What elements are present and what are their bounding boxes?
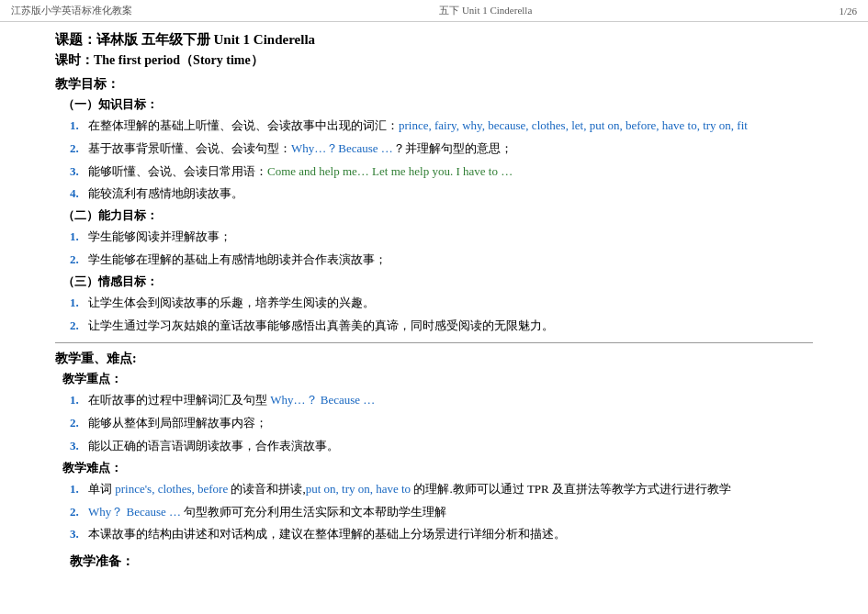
course-title-value: 译林版 五年级下册 Unit 1 Cinderella [96, 32, 315, 47]
item3-num-2: 2. [70, 317, 86, 336]
hard-num-1: 1. [70, 480, 86, 499]
goal-item-4: 4. 能较流利有感情地朗读故事。 [70, 184, 813, 204]
item2-num-2: 2. [70, 251, 86, 270]
section1-heading: （一）知识目标： [62, 96, 813, 113]
item3-text-2: 让学生通过学习灰姑娘的童话故事能够感悟出真善美的真谛，同时感受阅读的无限魅力。 [88, 317, 813, 336]
hard-num-2: 2. [70, 503, 86, 522]
course-title-label: 课题： [55, 32, 96, 47]
key-item-3: 3. 能以正确的语言语调朗读故事，合作表演故事。 [70, 437, 813, 456]
item3-text-1: 让学生体会到阅读故事的乐趣，培养学生阅读的兴趣。 [88, 294, 813, 313]
sentence-pattern: Why…？Because … [291, 141, 393, 155]
item2-num-1: 1. [70, 228, 86, 247]
teaching-goals-section: 教学目标： （一）知识目标： 1. 在整体理解的基础上听懂、会说、会读故事中出现… [55, 76, 813, 335]
hard-item-2: 2. Why？ Because … 句型教师可充分利用生活实际和文本帮助学生理解 [70, 503, 813, 522]
key-num-3: 3. [70, 437, 86, 456]
hard-pattern-2: Why？ Because … [88, 505, 181, 519]
header-bar: 江苏版小学英语标准化教案 五下 Unit 1 Cinderella 1/26 [0, 0, 868, 22]
hard-vocab-1: prince's, clothes, before [115, 482, 228, 496]
hard-text-1: 单词 prince's, clothes, before 的读音和拼读,put … [88, 480, 813, 499]
goal-item-1: 1. 在整体理解的基础上听懂、会说、会读故事中出现的词汇：prince, fai… [70, 117, 813, 136]
key-points-section: 教学重、难点: 教学重点： 1. 在听故事的过程中理解词汇及句型 Why…？ B… [55, 351, 813, 544]
key-num-1: 1. [70, 391, 86, 410]
item3-num-1: 1. [70, 294, 86, 313]
goal-item-2: 2. 基于故事背景听懂、会说、会读句型：Why…？Because …？并理解句型… [70, 140, 813, 159]
item-text-1: 在整体理解的基础上听懂、会说、会读故事中出现的词汇：prince, fairy,… [88, 117, 813, 136]
goal3-item-2: 2. 让学生通过学习灰姑娘的童话故事能够感悟出真善美的真谛，同时感受阅读的无限魅… [70, 317, 813, 336]
course-period-value: The first period（Story time） [94, 53, 264, 67]
vocab-text: prince, fairy, why, because, clothes, le… [399, 118, 748, 132]
item-num-4: 4. [70, 184, 86, 204]
key-num-2: 2. [70, 414, 86, 433]
main-content: 课题：译林版 五年级下册 Unit 1 Cinderella 课时：The fi… [0, 22, 868, 588]
item2-text-2: 学生能够在理解的基础上有感情地朗读并合作表演故事； [88, 251, 813, 270]
difficulty-heading: 教学重点： [62, 371, 813, 387]
goal2-item-2: 2. 学生能够在理解的基础上有感情地朗读并合作表演故事； [70, 251, 813, 270]
hard-heading: 教学难点： [62, 460, 813, 476]
item2-text-1: 学生能够阅读并理解故事； [88, 228, 813, 247]
section2-heading: （二）能力目标： [62, 207, 813, 224]
item-num-3: 3. [70, 162, 86, 182]
teaching-goals-heading: 教学目标： [55, 76, 813, 93]
goal2-item-1: 1. 学生能够阅读并理解故事； [70, 228, 813, 247]
item-text-4: 能较流利有感情地朗读故事。 [88, 184, 813, 204]
hard-vocab-2: put on, try on, have to [306, 482, 411, 496]
section3-heading: （三）情感目标： [62, 274, 813, 290]
goal3-item-1: 1. 让学生体会到阅读故事的乐趣，培养学生阅读的兴趣。 [70, 294, 813, 313]
key-pattern-1: Why…？ Because … [270, 393, 375, 407]
header-center: 五下 Unit 1 Cinderella [439, 4, 532, 17]
hard-item-1: 1. 单词 prince's, clothes, before 的读音和拼读,p… [70, 480, 813, 499]
header-left: 江苏版小学英语标准化教案 [11, 4, 132, 17]
item-text-2: 基于故事背景听懂、会说、会读句型：Why…？Because …？并理解句型的意思… [88, 140, 813, 159]
key-text-2: 能够从整体到局部理解故事内容； [88, 414, 813, 433]
key-points-heading: 教学重、难点: [55, 351, 813, 367]
divider-1 [55, 342, 813, 343]
key-text-1: 在听故事的过程中理解词汇及句型 Why…？ Because … [88, 391, 813, 410]
key-item-1: 1. 在听故事的过程中理解词汇及句型 Why…？ Because … [70, 391, 813, 410]
key-item-2: 2. 能够从整体到局部理解故事内容； [70, 414, 813, 433]
hard-text-3: 本课故事的结构由讲述和对话构成，建议在整体理解的基础上分场景进行详细分析和描述。 [88, 525, 813, 544]
teaching-prep-heading: 教学准备： [70, 553, 813, 570]
hard-num-3: 3. [70, 525, 86, 544]
course-period-label: 课时： [55, 53, 94, 67]
course-title: 课题：译林版 五年级下册 Unit 1 Cinderella [55, 31, 813, 49]
page-number: 1/26 [839, 6, 857, 17]
item-num-2: 2. [70, 140, 86, 159]
course-period: 课时：The first period（Story time） [55, 52, 813, 69]
hard-text-2: Why？ Because … 句型教师可充分利用生活实际和文本帮助学生理解 [88, 503, 813, 522]
key-text-3: 能以正确的语言语调朗读故事，合作表演故事。 [88, 437, 813, 456]
daily-expressions: Come and help me… Let me help you. I hav… [267, 164, 513, 178]
goal-item-3: 3. 能够听懂、会说、会读日常用语：Come and help me… Let … [70, 162, 813, 182]
item-num-1: 1. [70, 117, 86, 136]
item-text-3: 能够听懂、会说、会读日常用语：Come and help me… Let me … [88, 162, 813, 182]
hard-item-3: 3. 本课故事的结构由讲述和对话构成，建议在整体理解的基础上分场景进行详细分析和… [70, 525, 813, 544]
